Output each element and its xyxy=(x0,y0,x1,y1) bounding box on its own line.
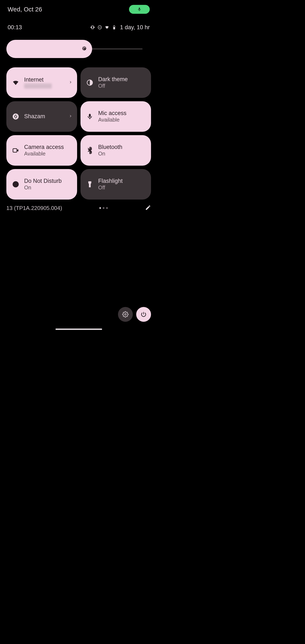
brightness-icon xyxy=(81,46,88,52)
header-row: Wed, Oct 26 xyxy=(8,5,150,14)
dnd-icon xyxy=(11,180,20,189)
svg-rect-4 xyxy=(114,27,115,29)
status-icons: 1 day, 10 hr xyxy=(90,24,150,31)
tile-labels: Dark themeOff xyxy=(98,76,146,89)
flashlight-icon xyxy=(85,180,94,189)
svg-rect-3 xyxy=(114,26,115,26)
gear-icon xyxy=(122,311,128,318)
tile-labels: Shazam xyxy=(24,113,72,120)
vibrate-icon xyxy=(90,25,95,30)
power-icon xyxy=(140,311,147,318)
svg-rect-11 xyxy=(88,182,91,183)
nav-handle[interactable] xyxy=(56,328,102,330)
tile-title: Do Not Disturb xyxy=(24,178,72,184)
tile-shazam[interactable]: Shazam xyxy=(6,101,77,132)
mic-active-pill[interactable] xyxy=(129,5,150,14)
tiles-grid: InternetDark themeOffShazamMic accessAva… xyxy=(6,67,151,200)
chevron-right-icon xyxy=(68,114,72,119)
edit-button[interactable] xyxy=(145,205,151,212)
tile-labels: FlashlightOff xyxy=(98,178,146,190)
tile-title: Dark theme xyxy=(98,76,146,82)
build-text: 13 (TP1A.220905.004) xyxy=(6,205,62,212)
tile-sub: On xyxy=(98,151,146,157)
brightness-slider[interactable] xyxy=(6,40,145,58)
brightness-fill xyxy=(6,40,92,58)
settings-button[interactable] xyxy=(118,307,133,322)
pencil-icon xyxy=(145,205,151,210)
tile-camera-access[interactable]: Camera accessAvailable xyxy=(6,135,77,166)
footer-row: 13 (TP1A.220905.004) xyxy=(6,203,151,213)
bottom-buttons xyxy=(118,307,151,322)
tile-labels: Camera accessAvailable xyxy=(24,144,72,156)
tile-labels: Mic accessAvailable xyxy=(98,110,146,123)
wifi-icon xyxy=(11,78,20,87)
clock-label: 00:13 xyxy=(8,24,22,31)
tile-mic-access[interactable]: Mic accessAvailable xyxy=(80,101,151,132)
tile-title: Camera access xyxy=(24,144,72,150)
tile-sub: Available xyxy=(98,117,146,123)
page-dot[interactable] xyxy=(106,207,108,209)
microphone-icon xyxy=(137,7,142,12)
tile-title: Internet xyxy=(24,77,72,83)
tile-sub: Off xyxy=(98,185,146,191)
tile-internet[interactable]: Internet xyxy=(6,67,77,98)
date-label: Wed, Oct 26 xyxy=(8,6,42,13)
tile-sub: Available xyxy=(24,151,72,157)
tile-labels: Do Not DisturbOn xyxy=(24,178,72,190)
camera-icon xyxy=(11,146,20,155)
tile-labels: Internet xyxy=(24,77,72,88)
tile-title: Shazam xyxy=(24,113,72,120)
tile-dnd[interactable]: Do Not DisturbOn xyxy=(6,169,77,200)
svg-point-13 xyxy=(124,314,126,315)
svg-rect-8 xyxy=(13,149,17,152)
half-circle-icon xyxy=(85,78,94,87)
status-bar: 00:13 1 day, 10 hr xyxy=(8,24,150,31)
tile-sub: On xyxy=(24,185,72,191)
tile-bluetooth[interactable]: BluetoothOn xyxy=(80,135,151,166)
page-dot[interactable] xyxy=(103,207,104,209)
battery-status-icon xyxy=(112,25,116,30)
svg-point-7 xyxy=(13,114,19,120)
wifi-status-icon xyxy=(105,25,109,30)
tile-dark-theme[interactable]: Dark themeOff xyxy=(80,67,151,98)
page-dots xyxy=(99,207,108,209)
tile-flashlight[interactable]: FlashlightOff xyxy=(80,169,151,200)
quick-settings-panel: Wed, Oct 26 00:13 1 day, 10 hr InternetD… xyxy=(0,0,157,332)
dnd-status-icon xyxy=(98,25,102,30)
chevron-right-icon xyxy=(68,80,72,85)
power-button[interactable] xyxy=(136,307,151,322)
bluetooth-icon xyxy=(85,146,94,155)
tile-title: Flashlight xyxy=(98,178,146,184)
tile-sub: Off xyxy=(98,83,146,89)
tile-title: Mic access xyxy=(98,110,146,116)
shazam-icon xyxy=(11,112,20,121)
tile-title: Bluetooth xyxy=(98,144,146,150)
page-dot[interactable] xyxy=(99,207,101,209)
battery-text: 1 day, 10 hr xyxy=(120,24,150,31)
mic-icon xyxy=(85,112,94,121)
tile-sub xyxy=(24,84,52,88)
tile-labels: BluetoothOn xyxy=(98,144,146,156)
